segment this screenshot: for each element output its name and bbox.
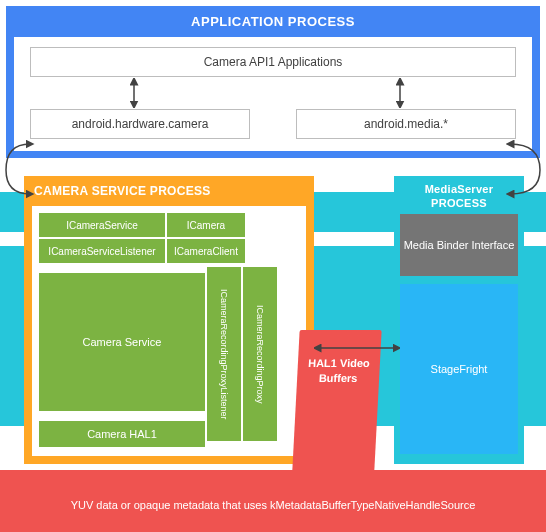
arrow-hardware-cameraservice (0, 140, 60, 200)
icameraclient-box: ICameraClient (166, 238, 246, 264)
android-media-box: android.media.* (296, 109, 516, 139)
icamerarecordingproxylistener-box: ICameraRecordingProxyListener (206, 266, 242, 442)
camera-service-process-body: ICameraService ICamera ICameraServiceLis… (32, 206, 306, 456)
camera-api1-applications-box: Camera API1 Applications (30, 47, 516, 77)
footer-strip: YUV data or opaque metadata that uses kM… (0, 470, 546, 532)
arrow-proxy-stagefright (314, 342, 400, 354)
camera-service-box: Camera Service (38, 272, 206, 412)
camera-hal1-box: Camera HAL1 (38, 420, 206, 448)
application-process-body: Camera API1 Applications android.hardwar… (14, 37, 532, 151)
application-process-title: APPLICATION PROCESS (6, 6, 540, 37)
arrow-media-mediaserver (500, 140, 546, 200)
footer-text: YUV data or opaque metadata that uses kM… (0, 470, 546, 513)
camera-service-process-title: CAMERA SERVICE PROCESS (24, 176, 314, 206)
application-process-container: APPLICATION PROCESS Camera API1 Applicat… (6, 6, 540, 158)
media-binder-interface-box: Media Binder Interface (400, 214, 518, 276)
android-hardware-camera-box: android.hardware.camera (30, 109, 250, 139)
arrow-api1-media (394, 78, 406, 108)
mediaserver-process-container: MediaServer PROCESS Media Binder Interfa… (394, 176, 524, 464)
icameraservice-box: ICameraService (38, 212, 166, 238)
icamera-box: ICamera (166, 212, 246, 238)
stagefright-box: StageFright (400, 284, 518, 454)
arrow-api1-hardware (128, 78, 140, 108)
camera-service-process-container: CAMERA SERVICE PROCESS ICameraService IC… (24, 176, 314, 464)
icamerarecordingproxy-box: ICameraRecordingProxy (242, 266, 278, 442)
icameraservicelistener-box: ICameraServiceListener (38, 238, 166, 264)
